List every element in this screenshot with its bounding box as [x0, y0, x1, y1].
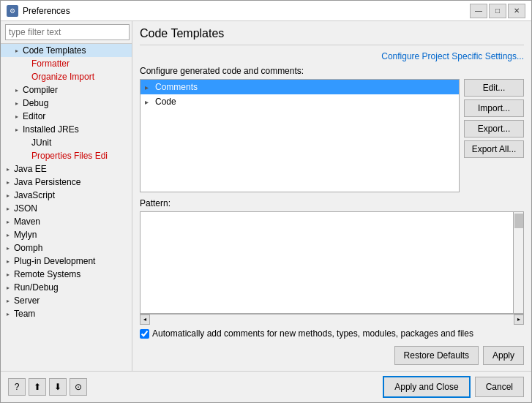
window-controls: — □ ✕	[470, 4, 525, 18]
comments-arrow-icon	[145, 83, 155, 91]
import-button[interactable]: Import...	[464, 99, 524, 117]
team-arrow-icon	[4, 309, 12, 318]
templates-row: Comments Code Edit... Import... Export..…	[140, 79, 524, 192]
import-workspace-icon[interactable]: ⬆	[29, 378, 46, 396]
sidebar-item-java-persistence[interactable]: Java Persistence	[1, 176, 132, 189]
sidebar-item-compiler[interactable]: Compiler	[1, 83, 132, 97]
sidebar-item-properties-files[interactable]: Properties Files Edi	[1, 149, 132, 162]
compiler-arrow-icon	[12, 86, 21, 94]
sidebar-item-organize-import[interactable]: Organize Import	[1, 70, 132, 83]
window-icon: ⚙	[7, 5, 18, 17]
sidebar-item-code-templates[interactable]: Code Templates	[1, 44, 132, 57]
minimize-button[interactable]: —	[470, 4, 487, 18]
auto-comment-checkbox[interactable]	[140, 329, 149, 339]
preferences-window: ⚙ Preferences — □ ✕ Code Templates Forma…	[0, 0, 532, 403]
sidebar-item-remote-systems[interactable]: Remote Systems	[1, 268, 132, 281]
sidebar-item-server[interactable]: Server	[1, 294, 132, 307]
persistence-arrow-icon	[4, 178, 12, 187]
search-input[interactable]	[5, 24, 130, 40]
auto-comment-label: Automatically add comments for new metho…	[152, 328, 473, 339]
bottom-action-bar: ? ⬆ ⬇ ⊙ Apply and Close Cancel	[1, 371, 531, 402]
json-arrow-icon	[4, 204, 12, 213]
sidebar-item-json[interactable]: JSON	[1, 202, 132, 215]
main-content: Code Templates Formatter Organize Import…	[1, 21, 531, 371]
remote-arrow-icon	[4, 270, 12, 279]
sidebar-item-mylyn[interactable]: Mylyn	[1, 228, 132, 241]
apply-button[interactable]: Apply	[483, 346, 524, 365]
expand-arrow-icon	[12, 46, 21, 55]
scroll-right-button[interactable]: ▸	[514, 315, 524, 325]
panel-actions: Restore Defaults Apply	[140, 343, 524, 365]
export-all-button[interactable]: Export All...	[464, 140, 524, 158]
sidebar-item-installed-jres[interactable]: Installed JREs	[1, 123, 132, 136]
apply-and-close-button[interactable]: Apply and Close	[383, 376, 470, 398]
configure-project-link[interactable]: Configure Project Specific Settings...	[140, 51, 524, 61]
pattern-editor[interactable]	[140, 211, 524, 314]
sidebar-item-debug[interactable]: Debug	[1, 97, 132, 110]
plugin-arrow-icon	[4, 257, 12, 265]
pattern-label: Pattern:	[140, 198, 524, 208]
vertical-scrollbar[interactable]	[513, 212, 523, 313]
close-button[interactable]: ✕	[508, 4, 525, 18]
export-button[interactable]: Export...	[464, 120, 524, 138]
sidebar-item-oomph[interactable]: Oomph	[1, 241, 132, 255]
sidebar: Code Templates Formatter Organize Import…	[1, 21, 132, 371]
maximize-button[interactable]: □	[489, 4, 506, 18]
sidebar-item-editor[interactable]: Editor	[1, 110, 132, 123]
right-panel: Code Templates Configure Project Specifi…	[132, 21, 531, 371]
js-arrow-icon	[4, 191, 12, 200]
sidebar-item-javascript[interactable]: JavaScript	[1, 189, 132, 202]
export-workspace-icon[interactable]: ⬇	[49, 378, 67, 396]
auto-comment-row: Automatically add comments for new metho…	[140, 324, 524, 343]
sidebar-item-formatter[interactable]: Formatter	[1, 57, 132, 70]
rundebug-arrow-icon	[4, 283, 12, 292]
scroll-left-button[interactable]: ◂	[140, 315, 150, 325]
jres-arrow-icon	[12, 125, 21, 134]
bottom-icons: ? ⬆ ⬇ ⊙	[8, 378, 378, 396]
pattern-section: Pattern: ◂ ▸	[140, 198, 524, 324]
templates-tree[interactable]: Comments Code	[140, 79, 460, 192]
sidebar-item-maven[interactable]: Maven	[1, 215, 132, 228]
template-comments[interactable]: Comments	[141, 80, 459, 94]
server-arrow-icon	[4, 296, 12, 305]
horizontal-scrollbar[interactable]: ◂ ▸	[140, 314, 524, 324]
editor-arrow-icon	[12, 112, 21, 121]
sidebar-item-run-debug[interactable]: Run/Debug	[1, 281, 132, 294]
window-title: Preferences	[23, 6, 470, 16]
maven-arrow-icon	[4, 217, 12, 226]
search-bar	[1, 21, 132, 44]
pattern-content	[141, 212, 513, 313]
configure-label: Configure generated code and comments:	[140, 66, 524, 76]
code-arrow-icon	[145, 98, 155, 106]
template-code[interactable]: Code	[141, 94, 459, 109]
sidebar-item-plugin-development[interactable]: Plug-in Development	[1, 255, 132, 268]
panel-title: Code Templates	[140, 27, 524, 45]
scrollbar-thumb	[514, 214, 523, 228]
sidebar-item-junit[interactable]: JUnit	[1, 136, 132, 149]
title-bar: ⚙ Preferences — □ ✕	[1, 1, 531, 21]
sidebar-item-team[interactable]: Team	[1, 307, 132, 320]
edit-button[interactable]: Edit...	[464, 79, 524, 97]
cancel-button[interactable]: Cancel	[475, 377, 524, 397]
oomph-arrow-icon	[4, 244, 12, 252]
debug-arrow-icon	[12, 99, 21, 108]
sidebar-item-java-ee[interactable]: Java EE	[1, 162, 132, 176]
scroll-track[interactable]	[150, 315, 514, 325]
mylyn-arrow-icon	[4, 230, 12, 239]
restore-defaults-button[interactable]: Restore Defaults	[394, 346, 479, 365]
template-buttons: Edit... Import... Export... Export All..…	[464, 79, 524, 192]
help-icon[interactable]: ?	[8, 378, 26, 396]
settings-icon[interactable]: ⊙	[70, 378, 87, 396]
javaee-arrow-icon	[4, 165, 12, 173]
